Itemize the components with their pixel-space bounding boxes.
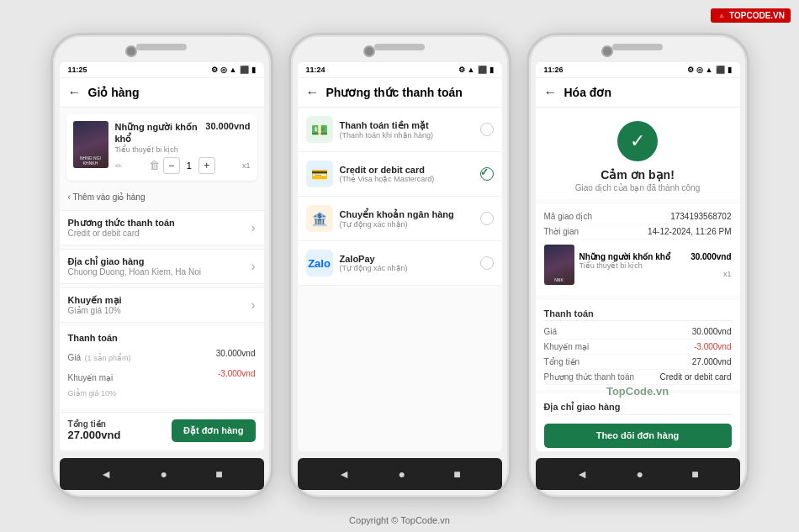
nav-home-2[interactable]: ● <box>398 467 405 481</box>
bank-icon: 🏦 <box>306 205 333 232</box>
transaction-info: Mã giao dịch 1734193568702 Thời gian 14-… <box>536 204 740 295</box>
method-zalopay[interactable]: Zalo ZaloPay (Tự động xác nhận) <box>298 241 502 286</box>
cash-info: Thanh toán tiền mặt (Thanh toán khi nhận… <box>340 120 474 140</box>
address-section-row[interactable]: Địa chỉ giao hàng Chuong Duong, Hoan Kie… <box>60 249 264 284</box>
edit-icon[interactable]: ✏ <box>115 161 122 171</box>
book-cover: NHNG NGI KHNKH <box>73 121 108 168</box>
cart-book-name: Những người khốn khổ <box>115 121 206 145</box>
cash-name: Thanh toán tiền mặt <box>340 120 474 131</box>
appbar-invoice: ← Hóa đơn <box>536 78 740 108</box>
card-name: Credit or debit card <box>340 165 474 175</box>
wifi-icon-2: ⬛ <box>478 66 487 74</box>
back-button-payment[interactable]: ← <box>306 85 320 100</box>
method-cash[interactable]: 💵 Thanh toán tiền mặt (Thanh toán khi nh… <box>298 108 502 152</box>
back-button-invoice[interactable]: ← <box>544 85 558 100</box>
cash-desc: (Thanh toán khi nhận hàng) <box>340 131 474 140</box>
phone-camera-3 <box>601 45 613 57</box>
thank-you-text: Cảm ơn bạn! <box>601 168 675 182</box>
status-icons-2: ⚙ ▲ ⬛ ▮ <box>458 66 494 74</box>
price-label-group: Giá (1 sản phẩm) <box>68 349 131 364</box>
time-row: Thời gian 14-12-2024, 11:26 PM <box>544 224 732 240</box>
invoice-book-row: NNK Những người khốn khổ 30.000vnd Tiểu … <box>544 240 732 290</box>
book-thumbnail: NHNG NGI KHNKH <box>73 121 108 168</box>
phone-camera <box>125 45 137 57</box>
cart-item-card: NHNG NGI KHNKH Những người khốn khổ 30.0… <box>66 114 257 181</box>
invoice-address-section: Địa chỉ giao hàng TopCode.vn Theo dõi đơ… <box>536 393 740 451</box>
location-icon: ◎ <box>220 66 227 74</box>
method-card[interactable]: 💳 Credit or debit card (Thẻ Visa hoặc Ma… <box>298 152 502 197</box>
inv-total-row: Tổng tiền 27.000vnd <box>544 355 732 370</box>
nav-home[interactable]: ● <box>160 467 167 481</box>
cart-footer: Tổng tiền 27.000vnd Đặt đơn hàng <box>60 412 264 449</box>
topcode-logo: 🔺 TOPCODE.VN <box>711 8 791 23</box>
appbar-payment: ← Phương thức thanh toán <box>298 78 502 108</box>
phone-payment: 11:24 ⚙ ▲ ⬛ ▮ ← Phương thức thanh toán 💵 <box>288 33 511 499</box>
settings-icon: ⚙ <box>211 66 218 74</box>
nav-recent[interactable]: ■ <box>215 467 222 481</box>
zalopay-radio[interactable] <box>480 256 494 270</box>
book-cover-text: NHNG NGI KHNKH <box>76 155 106 166</box>
bank-name: Chuyển khoản ngân hàng <box>340 209 474 220</box>
chevron-payment: › <box>251 220 255 235</box>
delete-icon[interactable]: 🗑 <box>149 159 160 171</box>
payment-title: Phương thức thanh toán <box>326 86 463 99</box>
cash-radio[interactable] <box>480 123 494 136</box>
add-to-cart-link[interactable]: ‹ Thêm vào giỏ hàng <box>60 187 264 207</box>
address-section-info: Địa chỉ giao hàng Chuong Duong, Hoan Kie… <box>68 256 201 277</box>
success-icon: ✓ <box>617 121 658 161</box>
method-bank[interactable]: 🏦 Chuyển khoản ngân hàng (Tự động xác nh… <box>298 197 502 241</box>
order-button[interactable]: Đặt đơn hàng <box>172 419 255 442</box>
nav-home-3[interactable]: ● <box>636 467 643 481</box>
transaction-row: Mã giao dịch 1734193568702 <box>544 209 732 224</box>
payment-section-row[interactable]: Phương thức thanh toán Credit or debit c… <box>60 210 264 245</box>
track-order-button[interactable]: Theo dõi đơn hàng <box>544 424 732 448</box>
bank-info: Chuyển khoản ngân hàng (Tự động xác nhận… <box>340 209 474 229</box>
zalopay-desc: (Tự động xác nhận) <box>340 264 474 272</box>
time-2: 11:24 <box>306 66 325 74</box>
card-radio[interactable] <box>480 167 494 181</box>
cart-content: NHNG NGI KHNKH Những người khốn khổ 30.0… <box>60 108 264 451</box>
nav-back[interactable]: ◄ <box>100 467 112 481</box>
settings-icon-2: ⚙ <box>458 66 465 74</box>
nav-recent-3[interactable]: ■ <box>691 467 698 481</box>
qty-plus[interactable]: + <box>198 157 215 174</box>
price-row: Giá (1 sản phẩm) 30.000vnd <box>68 346 256 366</box>
status-bar-1: 11:25 ⚙ ◎ ▲ ⬛ ▮ <box>60 62 264 78</box>
invoice-payment-section: Thanh toán Giá 30.000vnd Khuyến mại -3.0… <box>536 300 740 390</box>
time-1: 11:25 <box>68 66 87 74</box>
phone-cart: 11:25 ⚙ ◎ ▲ ⬛ ▮ ← Giỏ hàng <box>50 33 273 499</box>
card-desc: (Thẻ Visa hoặc Mastercard) <box>340 175 474 183</box>
bank-desc: (Tự động xác nhận) <box>340 220 474 229</box>
appbar-cart: ← Giỏ hàng <box>60 78 264 108</box>
qty-minus[interactable]: − <box>163 157 180 174</box>
payment-methods-list: 💵 Thanh toán tiền mặt (Thanh toán khi nh… <box>298 108 502 451</box>
nav-recent-2[interactable]: ■ <box>453 467 460 481</box>
page-wrapper: 11:25 ⚙ ◎ ▲ ⬛ ▮ ← Giỏ hàng <box>0 16 799 516</box>
discount-label-group: Khuyến mại Giảm giá 10% <box>68 369 117 399</box>
status-icons-3: ⚙ ◎ ▲ ⬛ ▮ <box>687 66 732 74</box>
topcode-icon: 🔺 <box>717 11 727 20</box>
wifi-icon-3: ⬛ <box>716 66 725 74</box>
inv-method-row: Phương thức thanh toán Credit or debit c… <box>544 370 732 385</box>
qty-value: 1 <box>183 161 195 171</box>
card-info: Credit or debit card (Thẻ Visa hoặc Mast… <box>340 165 474 183</box>
signal-icon-2: ▲ <box>468 66 475 74</box>
wifi-icon: ⬛ <box>240 66 249 74</box>
promo-section-row[interactable]: Khuyến mại Giảm giá 10% › <box>60 287 264 323</box>
bank-radio[interactable] <box>480 212 494 225</box>
settings-icon-3: ⚙ <box>687 66 694 74</box>
nav-back-2[interactable]: ◄ <box>338 467 350 481</box>
phone-screen-invoice: 11:26 ⚙ ◎ ▲ ⬛ ▮ ← Hóa đơn ✓ Cảm ơn b <box>536 62 740 451</box>
qty-controls: 🗑 − 1 + <box>149 157 215 174</box>
zalopay-info: ZaloPay (Tự động xác nhận) <box>340 254 474 272</box>
invoice-title: Hóa đơn <box>564 86 611 99</box>
phone-nav-bar-2: ◄ ● ■ <box>298 458 502 490</box>
payment-section-info: Phương thức thanh toán Credit or debit c… <box>68 218 175 238</box>
inv-price-row: Giá 30.000vnd <box>544 324 732 340</box>
back-button-cart[interactable]: ← <box>68 85 82 100</box>
invoice-content: ✓ Cảm ơn bạn! Giao dịch của bạn đã thành… <box>536 108 740 451</box>
status-icons-1: ⚙ ◎ ▲ ⬛ ▮ <box>211 66 256 74</box>
phone-screen-cart: 11:25 ⚙ ◎ ▲ ⬛ ▮ ← Giỏ hàng <box>60 62 264 451</box>
nav-back-3[interactable]: ◄ <box>576 467 588 481</box>
location-icon-3: ◎ <box>696 66 703 74</box>
